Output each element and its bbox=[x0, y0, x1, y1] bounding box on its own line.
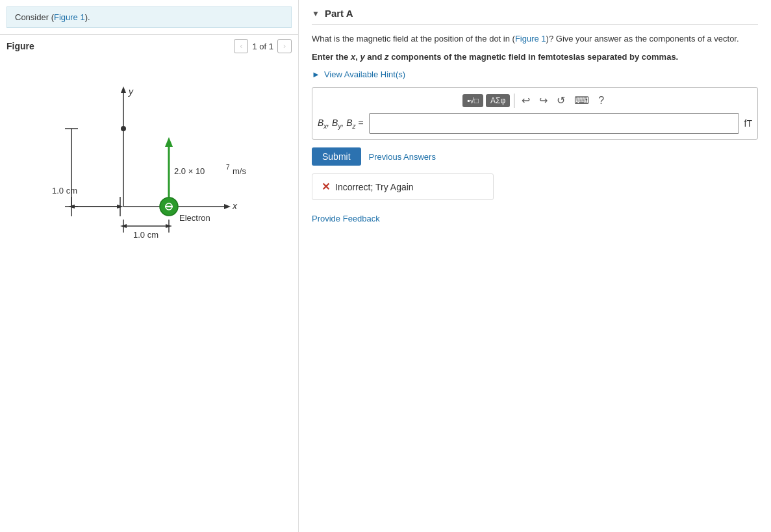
figure-canvas: y x 1.0 cm bbox=[0, 57, 298, 532]
figure-title: Figure bbox=[6, 41, 34, 51]
figure-link[interactable]: Figure 1 bbox=[54, 12, 85, 22]
consider-text: Consider (Figure 1). bbox=[15, 12, 90, 22]
velocity-exponent: 7 bbox=[226, 164, 230, 171]
format-button[interactable]: ▪√□ bbox=[462, 94, 483, 107]
bottom-distance-label: 1.0 cm bbox=[133, 230, 158, 240]
next-figure-button[interactable]: › bbox=[277, 39, 292, 53]
x-icon: ✕ bbox=[322, 181, 330, 193]
toolbar-separator bbox=[514, 94, 514, 108]
question-figure-link[interactable]: Figure 1 bbox=[515, 34, 546, 44]
redo-button[interactable]: ↪ bbox=[536, 93, 551, 108]
svg-marker-1 bbox=[121, 86, 126, 93]
diagram-container: y x 1.0 cm bbox=[6, 64, 292, 265]
previous-answers-link[interactable]: Previous Answers bbox=[369, 152, 436, 162]
figure-nav: ‹ 1 of 1 › bbox=[234, 39, 292, 53]
incorrect-text: Incorrect; Try Again bbox=[335, 182, 414, 192]
left-distance-label: 1.0 cm bbox=[52, 186, 77, 196]
provide-feedback-link[interactable]: Provide Feedback bbox=[312, 214, 380, 223]
y-axis-label: y bbox=[128, 86, 134, 97]
symbol-button[interactable]: AΣφ bbox=[486, 94, 510, 107]
undo-button[interactable]: ↩ bbox=[518, 93, 533, 108]
hints-arrow-icon: ► bbox=[312, 70, 320, 79]
part-header: ▼ Part A bbox=[312, 0, 758, 25]
answer-box: ▪√□ AΣφ ↩ ↪ ↺ ⌨ ? Bx, By, Bz = fT bbox=[312, 87, 758, 140]
x-axis-label: x bbox=[232, 201, 238, 211]
dot-point bbox=[121, 126, 126, 131]
help-button[interactable]: ? bbox=[595, 94, 607, 108]
answer-input[interactable] bbox=[369, 113, 739, 134]
electron-label: Electron bbox=[179, 213, 210, 223]
part-label: Part A bbox=[325, 8, 353, 19]
math-toolbar: ▪√□ AΣφ ↩ ↪ ↺ ⌨ ? bbox=[318, 93, 752, 108]
svg-marker-3 bbox=[224, 204, 231, 209]
format-icon: ▪√□ bbox=[467, 96, 479, 105]
physics-diagram: y x 1.0 cm bbox=[32, 77, 266, 252]
incorrect-box: ✕ Incorrect; Try Again bbox=[312, 173, 494, 200]
equation-label: Bx, By, Bz = bbox=[318, 118, 364, 130]
left-panel: Consider (Figure 1). Figure ‹ 1 of 1 › y bbox=[0, 0, 299, 532]
question-text-line2: Enter the x, y and z components of the m… bbox=[312, 51, 758, 64]
keyboard-button[interactable]: ⌨ bbox=[571, 93, 592, 108]
figure-header: Figure ‹ 1 of 1 › bbox=[0, 34, 298, 57]
collapse-arrow-icon[interactable]: ▼ bbox=[312, 9, 320, 18]
svg-marker-16 bbox=[165, 137, 173, 147]
unit-label: fT bbox=[744, 118, 752, 129]
submit-row: Submit Previous Answers bbox=[312, 147, 758, 166]
reset-button[interactable]: ↺ bbox=[553, 93, 568, 108]
question-text-line1: What is the magnetic field at the positi… bbox=[312, 32, 758, 45]
submit-button[interactable]: Submit bbox=[312, 147, 361, 166]
symbol-icon: AΣφ bbox=[490, 96, 505, 105]
view-hints-link[interactable]: ► View Available Hint(s) bbox=[312, 70, 758, 79]
input-row: Bx, By, Bz = fT bbox=[318, 113, 752, 134]
consider-box: Consider (Figure 1). bbox=[6, 6, 292, 28]
right-panel: ▼ Part A What is the magnetic field at t… bbox=[299, 0, 771, 532]
figure-count: 1 of 1 bbox=[252, 42, 273, 51]
feedback-section: Provide Feedback bbox=[312, 213, 758, 223]
hints-label: View Available Hint(s) bbox=[324, 70, 405, 79]
prev-figure-button[interactable]: ‹ bbox=[234, 39, 248, 53]
svg-text:m/s: m/s bbox=[233, 166, 246, 176]
velocity-label: 2.0 × 10 bbox=[174, 166, 205, 176]
